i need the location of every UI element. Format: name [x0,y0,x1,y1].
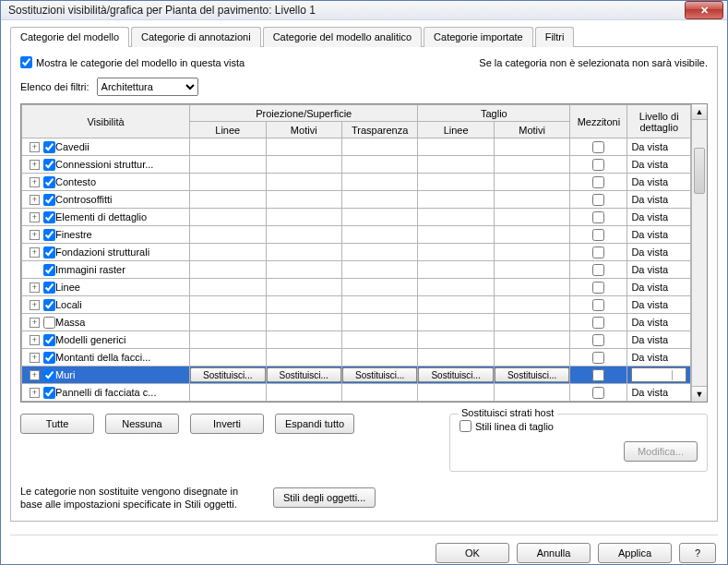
override-cell[interactable] [494,279,569,296]
detail-level-cell[interactable]: Basso▾ [627,367,691,384]
override-cell[interactable] [190,191,266,209]
override-cell[interactable] [341,191,417,209]
category-visibility-checkbox[interactable] [43,317,55,329]
override-cell[interactable] [494,138,569,156]
override-cell[interactable]: Sostituisci... [266,367,341,384]
table-row[interactable]: +LineeDa vista [22,279,691,296]
override-cell[interactable] [266,138,341,156]
detail-level-cell[interactable]: Da vista [627,244,691,261]
col-halftone[interactable]: Mezzitoni [570,105,627,138]
table-row[interactable]: Immagini rasterDa vista [22,261,691,279]
tab-model-categories[interactable]: Categorie del modello [10,27,129,47]
override-cell[interactable] [418,261,494,279]
override-cell[interactable] [494,209,569,226]
override-cell[interactable] [341,226,417,244]
override-cell[interactable] [341,138,417,156]
table-row[interactable]: +LocaliDa vista [22,296,691,314]
override-cell[interactable]: Sostituisci... [341,367,417,384]
override-cell[interactable] [190,174,266,191]
cut-line-styles-input[interactable] [459,420,471,432]
detail-level-cell[interactable]: Da vista [627,279,691,296]
tree-expand-icon[interactable]: + [30,195,40,205]
halftone-checkbox[interactable] [592,299,604,311]
override-cell[interactable] [190,226,266,244]
override-cell[interactable] [266,174,341,191]
tree-expand-icon[interactable]: + [30,388,40,398]
table-row[interactable]: +Connessioni struttur...Da vista [22,156,691,174]
table-row[interactable]: +Elementi di dettaglioDa vista [22,209,691,226]
tree-expand-icon[interactable]: + [30,160,40,170]
override-cell[interactable] [341,244,417,261]
override-cell[interactable] [418,296,494,314]
object-styles-button[interactable]: Stili degli oggetti... [273,487,376,508]
halftone-checkbox[interactable] [592,334,604,346]
table-row[interactable]: +Modelli genericiDa vista [22,331,691,349]
override-cell[interactable] [190,384,266,402]
table-row[interactable]: +FinestreDa vista [22,226,691,244]
override-button[interactable]: Sostituisci... [418,367,493,382]
detail-level-select[interactable]: Basso▾ [631,367,686,382]
override-cell[interactable] [266,261,341,279]
close-button[interactable]: ✕ [685,1,723,19]
col-visibility[interactable]: Visibilità [22,105,190,138]
halftone-checkbox[interactable] [592,246,604,258]
detail-level-cell[interactable]: Da vista [627,226,691,244]
halftone-checkbox[interactable] [592,264,604,276]
override-cell[interactable] [266,296,341,314]
override-cell[interactable] [494,314,569,331]
override-cell[interactable] [341,156,417,174]
col-cut-patterns[interactable]: Motivi [494,122,569,138]
table-row[interactable]: +CavediiDa vista [22,138,691,156]
override-cell[interactable] [266,191,341,209]
override-cell[interactable] [341,349,417,367]
override-cell[interactable]: Sostituisci... [190,367,266,384]
tab-imported-categories[interactable]: Categorie importate [424,27,533,47]
invert-button[interactable]: Inverti [190,414,264,434]
tree-expand-icon[interactable]: + [30,212,40,222]
override-cell[interactable] [418,331,494,349]
cut-line-styles-checkbox[interactable]: Stili linea di taglio [459,420,554,432]
filter-list-select[interactable]: Architettura [97,78,198,96]
override-cell[interactable] [494,191,569,209]
override-cell[interactable] [266,156,341,174]
override-cell[interactable] [266,244,341,261]
tree-expand-icon[interactable]: + [30,353,40,363]
category-visibility-checkbox[interactable] [43,141,55,153]
category-visibility-checkbox[interactable] [43,229,55,241]
halftone-checkbox[interactable] [592,229,604,241]
category-visibility-checkbox[interactable] [43,334,55,346]
scroll-thumb[interactable] [694,148,705,194]
col-proj-lines[interactable]: Linee [190,122,266,138]
override-cell[interactable] [266,314,341,331]
scroll-up-button[interactable]: ▲ [692,104,707,120]
override-cell[interactable] [341,296,417,314]
expand-all-button[interactable]: Espandi tutto [275,414,354,434]
override-cell[interactable]: Sostituisci... [418,367,494,384]
table-row[interactable]: +Montanti della facci...Da vista [22,349,691,367]
tree-expand-icon[interactable]: + [30,142,40,152]
override-cell[interactable] [418,191,494,209]
tree-expand-icon[interactable]: + [30,282,40,293]
col-proj-transparency[interactable]: Trasparenza [341,122,417,138]
category-visibility-checkbox[interactable] [43,211,55,223]
category-visibility-checkbox[interactable] [43,369,55,381]
category-visibility-checkbox[interactable] [43,387,55,399]
detail-level-cell[interactable]: Da vista [627,314,691,331]
halftone-checkbox[interactable] [592,159,604,171]
tree-expand-icon[interactable]: + [30,318,40,328]
category-visibility-checkbox[interactable] [43,246,55,258]
tab-analytic-model-categories[interactable]: Categorie del modello analitico [263,27,422,47]
halftone-checkbox[interactable] [592,176,604,188]
category-visibility-checkbox[interactable] [43,264,55,276]
table-row[interactable]: +ContestoDa vista [22,174,691,191]
tree-expand-icon[interactable]: + [30,247,40,258]
override-cell[interactable] [418,384,494,402]
override-cell[interactable] [418,138,494,156]
halftone-checkbox[interactable] [592,387,604,399]
tab-filters[interactable]: Filtri [535,27,575,47]
override-cell[interactable] [266,349,341,367]
override-cell[interactable] [266,331,341,349]
category-visibility-checkbox[interactable] [43,352,55,364]
override-cell[interactable] [190,209,266,226]
tree-expand-icon[interactable]: + [30,335,40,345]
